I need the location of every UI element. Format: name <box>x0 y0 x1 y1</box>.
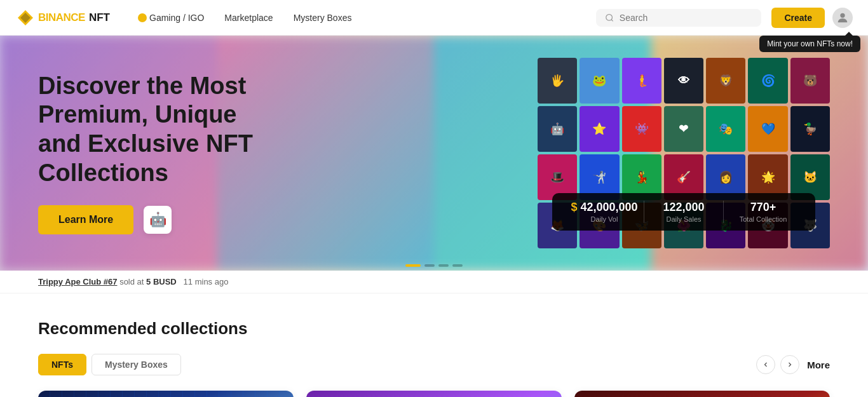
nft-cell: ❤ <box>664 106 703 152</box>
svg-point-2 <box>606 14 613 20</box>
brand-nft: NFT <box>89 11 110 24</box>
hero-text: Discover the Most Premium, Unique and Ex… <box>38 72 280 234</box>
more-nav: More <box>756 355 830 374</box>
collections-grid: 🐂 🕶 🧝 🧙 🧑 👦 <box>38 391 830 397</box>
more-link[interactable]: More <box>807 360 830 370</box>
ticker-time: 11 mins ago <box>179 277 228 286</box>
card-visual-2: 🧝 🧙 🧑 👦 <box>306 391 562 397</box>
tab-nfts[interactable]: NFTs <box>38 354 86 375</box>
ticker-item-link[interactable]: Trippy Ape Club #67 <box>38 277 118 286</box>
nft-cell: 🖐 <box>538 58 577 104</box>
search-icon <box>605 13 614 23</box>
brand-name: BINANCE <box>38 11 85 24</box>
tab-mystery-boxes[interactable]: Mystery Boxes <box>92 354 181 375</box>
main-content: Recommended collections NFTs Mystery Box… <box>0 293 868 397</box>
nav-gaming[interactable]: Gaming / IGO <box>130 9 212 27</box>
ticker-sold-text: sold at <box>119 277 146 286</box>
nft-cell: 🧜 <box>622 58 661 104</box>
nft-cell: 🎭 <box>706 106 745 152</box>
nft-stats-overlay: $ 42,000,000 Daily Vol 122,000 Daily Sal… <box>552 193 815 231</box>
card-chars-row: 🧝 🧙 🧑 👦 <box>322 391 546 397</box>
tabs-row: NFTs Mystery Boxes More <box>38 354 830 375</box>
search-input[interactable] <box>620 13 753 23</box>
collection-card-3[interactable]: 💥 <box>574 391 830 397</box>
nft-cell: 👁 <box>664 58 703 104</box>
create-tooltip: Mint your own NFTs now! <box>759 36 860 52</box>
stat-daily-vol: $ 42,000,000 Daily Vol <box>565 201 644 223</box>
card-visual-1: 🐂 🕶 <box>38 391 294 397</box>
nav-actions: Create <box>771 8 853 28</box>
navbar: BINANCE NFT Gaming / IGO Marketplace Mys… <box>0 0 868 36</box>
ticker-bar: Trippy Ape Club #67 sold at 5 BUSD 11 mi… <box>0 271 868 293</box>
nft-cell: 🐻 <box>790 58 830 104</box>
stat-daily-vol-label: Daily Vol <box>565 215 644 223</box>
stat-daily-sales-label: Daily Sales <box>644 215 723 223</box>
stat-daily-vol-value: $ 42,000,000 <box>565 201 644 214</box>
learn-more-button[interactable]: Learn More <box>38 205 133 234</box>
nav-marketplace[interactable]: Marketplace <box>217 9 280 27</box>
hero-badge-icon[interactable]: 🤖 <box>144 206 172 234</box>
stat-daily-sales-value: 122,000 <box>644 201 723 214</box>
stat-total-collection: 770+ Total Collection <box>723 201 803 223</box>
nft-cell: 🤖 <box>538 106 577 152</box>
nav-mystery-boxes[interactable]: Mystery Boxes <box>286 9 360 27</box>
stat-total-collection-value: 770+ <box>724 201 803 214</box>
gaming-dot-icon <box>138 13 147 22</box>
prev-arrow[interactable] <box>756 355 775 374</box>
section-title: Recommended collections <box>38 319 830 339</box>
nft-cell: 🌀 <box>748 58 787 104</box>
search-bar <box>596 9 761 27</box>
hero-section: Discover the Most Premium, Unique and Ex… <box>0 36 868 271</box>
card-visual-3: 💥 <box>574 391 830 397</box>
nft-cell: 👾 <box>622 106 661 152</box>
stat-daily-sales: 122,000 Daily Sales <box>644 201 723 223</box>
card-bg-grid <box>38 391 294 397</box>
hero-content: Discover the Most Premium, Unique and Ex… <box>0 36 868 271</box>
svg-line-3 <box>611 19 613 21</box>
collection-card-1[interactable]: 🐂 🕶 <box>38 391 294 397</box>
stat-total-collection-label: Total Collection <box>724 215 803 223</box>
hero-buttons: Learn More 🤖 <box>38 205 280 234</box>
card-buildings <box>574 391 830 397</box>
nav-links: Gaming / IGO Marketplace Mystery Boxes <box>130 9 359 27</box>
brand-logo[interactable]: BINANCE NFT <box>15 8 110 28</box>
nft-cell: 💙 <box>748 106 787 152</box>
nft-cell: 🐸 <box>580 58 619 104</box>
hero-title: Discover the Most Premium, Unique and Ex… <box>38 72 280 187</box>
nft-cell: 🦁 <box>706 58 745 104</box>
ticker-price: 5 BUSD <box>146 277 177 286</box>
nft-cell: 🦆 <box>790 106 830 152</box>
next-arrow[interactable] <box>780 355 799 374</box>
svg-point-4 <box>840 13 844 17</box>
nft-cell: ⭐ <box>580 106 619 152</box>
create-button[interactable]: Create <box>771 8 825 28</box>
collection-card-2[interactable]: 🧝 🧙 🧑 👦 <box>306 391 562 397</box>
nft-grid-container: 🖐 🐸 🧜 👁 🦁 🌀 🐻 🤖 ⭐ 👾 ❤ 🎭 💙 🦆 🎩 🤺 💃 <box>538 58 830 248</box>
avatar[interactable] <box>832 8 853 28</box>
